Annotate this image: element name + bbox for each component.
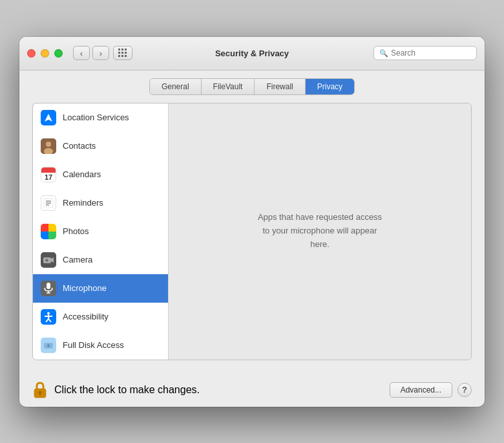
calendars-label: Calendars xyxy=(63,169,101,179)
contacts-label: Contacts xyxy=(63,141,96,151)
help-button[interactable]: ? xyxy=(457,383,472,397)
camera-label: Camera xyxy=(63,255,92,265)
minimize-button[interactable] xyxy=(41,49,49,58)
camera-icon xyxy=(41,252,56,268)
svg-line-19 xyxy=(48,319,51,322)
location-label: Location Services xyxy=(63,113,129,122)
sidebar-item-reminders[interactable]: Reminders xyxy=(33,189,168,217)
location-icon xyxy=(41,110,56,125)
photos-label: Photos xyxy=(63,226,89,236)
search-input[interactable] xyxy=(391,49,471,58)
grid-button[interactable] xyxy=(113,46,132,60)
detail-area: Apps that have requested access to your … xyxy=(169,103,471,360)
contacts-icon xyxy=(41,138,56,154)
main-window: ‹ › Security & Privacy 🔍 General FileVau… xyxy=(19,37,485,407)
bottom-bar: Click the lock to make changes. Advanced… xyxy=(19,373,485,407)
tab-firewall[interactable]: Firewall xyxy=(255,79,305,94)
photos-quadrant-blue xyxy=(41,232,48,239)
calendar-icon: 17 xyxy=(41,167,56,182)
maximize-button[interactable] xyxy=(54,49,63,58)
fulldisk-label: Full Disk Access xyxy=(63,340,124,350)
photos-quadrant-green xyxy=(48,232,56,239)
advanced-button[interactable]: Advanced... xyxy=(390,382,452,398)
close-button[interactable] xyxy=(27,49,36,58)
reminders-icon xyxy=(41,195,56,211)
search-box[interactable]: 🔍 xyxy=(373,46,477,60)
sidebar: Location Services Contacts xyxy=(33,103,169,360)
forward-button[interactable]: › xyxy=(92,46,109,60)
microphone-icon xyxy=(41,281,56,296)
traffic-lights xyxy=(27,49,63,58)
fulldisk-icon xyxy=(41,338,56,353)
lock-icon xyxy=(32,381,48,399)
svg-marker-9 xyxy=(51,257,54,263)
window-title: Security & Privacy xyxy=(215,49,289,58)
tabs-bar: General FileVault Firewall Privacy xyxy=(19,70,485,103)
tabs: General FileVault Firewall Privacy xyxy=(149,78,355,95)
sidebar-item-camera[interactable]: Camera xyxy=(33,246,168,274)
microphone-label: Microphone xyxy=(63,283,107,293)
tab-privacy[interactable]: Privacy xyxy=(306,79,354,94)
search-icon: 🔍 xyxy=(379,49,388,58)
lock-wrap[interactable]: Click the lock to make changes. xyxy=(32,381,200,399)
accessibility-icon xyxy=(41,309,56,325)
content-panel: Location Services Contacts xyxy=(32,103,472,360)
photos-icon xyxy=(41,224,56,239)
sidebar-item-calendars[interactable]: 17 Calendars xyxy=(33,160,168,189)
main-content: Location Services Contacts xyxy=(19,103,485,373)
titlebar: ‹ › Security & Privacy 🔍 xyxy=(19,37,485,70)
svg-point-15 xyxy=(47,312,50,314)
sidebar-item-contacts[interactable]: Contacts xyxy=(33,132,168,160)
svg-point-2 xyxy=(46,142,51,147)
grid-icon xyxy=(118,49,127,58)
back-button[interactable]: ‹ xyxy=(73,46,90,60)
cal-body: 17 xyxy=(45,173,52,182)
lock-text: Click the lock to make changes. xyxy=(54,384,200,396)
svg-point-25 xyxy=(39,391,42,394)
sidebar-item-accessibility[interactable]: Accessibility xyxy=(33,303,168,331)
photos-quadrant-yellow xyxy=(48,224,56,232)
tab-general[interactable]: General xyxy=(150,79,202,94)
tab-filevault[interactable]: FileVault xyxy=(202,79,255,94)
detail-message: Apps that have requested access to your … xyxy=(255,211,384,251)
reminders-label: Reminders xyxy=(63,198,103,208)
sidebar-item-microphone[interactable]: Microphone xyxy=(33,274,168,303)
sidebar-item-fulldisk[interactable]: Full Disk Access xyxy=(33,331,168,360)
bottom-right: Advanced... ? xyxy=(390,382,472,398)
cal-header xyxy=(41,167,56,173)
svg-marker-0 xyxy=(45,114,52,122)
accessibility-label: Accessibility xyxy=(63,312,109,321)
nav-buttons: ‹ › xyxy=(73,46,109,60)
sidebar-item-location[interactable]: Location Services xyxy=(33,103,168,132)
sidebar-item-photos[interactable]: Photos xyxy=(33,217,168,246)
svg-point-11 xyxy=(46,259,48,261)
svg-rect-12 xyxy=(47,283,50,289)
photos-quadrant-red xyxy=(41,224,48,232)
svg-point-23 xyxy=(48,345,49,346)
